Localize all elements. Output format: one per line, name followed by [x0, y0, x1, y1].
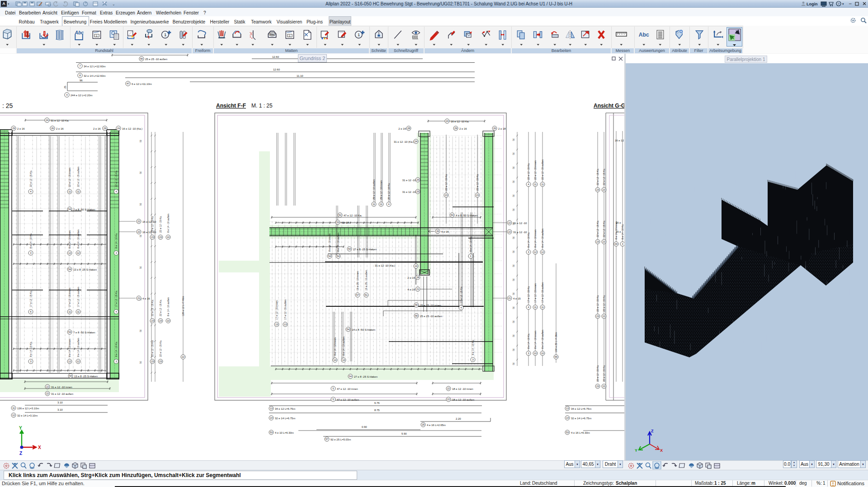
svg-text:50: 50 [139, 203, 142, 206]
svg-text:8 e 14 -10 außen: 8 e 14 -10 außen [541, 229, 544, 248]
svg-text:50: 50 [512, 138, 515, 141]
svg-text:▾: ▾ [842, 2, 844, 5]
svg-text:14: 14 [342, 359, 345, 361]
svg-text:8 e 14 -10 Ka.: 8 e 14 -10 Ka. [115, 341, 118, 357]
svg-text:24: 24 [415, 265, 417, 267]
svg-text:4 e 16 L=6.30m: 4 e 16 L=6.30m [571, 431, 590, 434]
svg-text:4 e 16 L=2.65m: 4 e 16 L=2.65m [427, 424, 446, 426]
svg-text:23: 23 [159, 236, 162, 239]
svg-text:23: 23 [603, 240, 605, 243]
svg-text:22: 22 [447, 398, 450, 401]
svg-text:22 e 12 -15 außen: 22 e 12 -15 außen [77, 167, 80, 187]
svg-text:4: 4 [115, 310, 117, 313]
svg-text:8 e 14 -10 außen: 8 e 14 -10 außen [77, 229, 80, 248]
svg-text:8 e 14 -10 Ka.: 8 e 14 -10 Ka. [527, 232, 530, 248]
svg-text:8 e 14 -13 innen: 8 e 14 -13 innen [334, 337, 336, 356]
svg-text:2 e 16: 2 e 16 [398, 127, 406, 130]
svg-text:54: 54 [68, 268, 71, 271]
svg-text:12: 12 [534, 251, 537, 253]
svg-text:8 e 14 -13 außen: 8 e 14 -13 außen [342, 337, 345, 356]
svg-text:3.10: 3.10 [57, 408, 63, 411]
svg-text:22: 22 [46, 385, 49, 388]
svg-text:22 e 12 -15 Ka.: 22 e 12 -15 Ka. [159, 215, 162, 233]
svg-text:50: 50 [512, 278, 515, 281]
svg-text:32 e 14 L=6.75m: 32 e 14 L=6.75m [275, 417, 295, 420]
svg-text:23: 23 [476, 194, 479, 197]
svg-text:50: 50 [139, 234, 142, 237]
svg-text:8 e 14 -10 innen: 8 e 14 -10 innen [534, 229, 537, 248]
svg-text:25 e 25 -10 außen: 25 e 25 -10 außen [420, 315, 442, 318]
svg-text:17 e 12 -15 außen: 17 e 12 -15 außen [284, 300, 287, 320]
svg-text:31 e 12 -10 Ka.: 31 e 12 -10 Ka. [51, 119, 69, 122]
svg-text:34 e 12 L=12.60m: 34 e 12 L=12.60m [84, 65, 106, 68]
svg-text:34 e 12 L=6.75m: 34 e 12 L=6.75m [571, 407, 591, 410]
svg-text:57: 57 [356, 294, 359, 296]
svg-text:3: 3 [30, 360, 31, 363]
svg-text:22 e 12 -15 Ka.: 22 e 12 -15 Ka. [603, 220, 605, 237]
svg-text:8 e 14 -10 Ka.: 8 e 14 -10 Ka. [469, 236, 472, 252]
svg-text:28: 28 [416, 276, 419, 279]
svg-text:52: 52 [339, 214, 341, 216]
svg-text:22 e 12 -15 Ka.: 22 e 12 -15 Ka. [476, 173, 479, 191]
svg-text:12: 12 [68, 252, 71, 254]
svg-text:11: 11 [77, 190, 80, 193]
svg-text:22 e 12 -15 Ka.: 22 e 12 -15 Ka. [527, 163, 530, 180]
svg-text:50: 50 [512, 236, 515, 239]
svg-text:11: 11 [77, 310, 80, 313]
svg-text:47 e 12 -10 innen: 47 e 12 -10 innen [337, 388, 358, 390]
svg-text:13: 13 [566, 407, 569, 410]
svg-text:22: 22 [508, 230, 511, 233]
svg-text:22 e 12 -15 Ka.: 22 e 12 -15 Ka. [151, 299, 154, 316]
svg-text:11: 11 [541, 183, 544, 186]
svg-text:17 e 12 -15 Ka.: 17 e 12 -15 Ka. [527, 286, 530, 303]
svg-text:6 e 12 L=11.10m: 6 e 12 L=11.10m [132, 83, 152, 85]
svg-text:53: 53 [566, 431, 569, 434]
svg-text:2.20: 2.20 [456, 417, 461, 420]
svg-text:4: 4 [460, 306, 462, 309]
svg-text:55: 55 [555, 356, 557, 358]
svg-text:3: 3 [30, 252, 31, 254]
svg-text:11: 11 [534, 183, 537, 186]
svg-text:8 e 14 -10 außen: 8 e 14 -10 außen [337, 233, 340, 252]
svg-text:0.90: 0.90 [362, 426, 367, 428]
svg-text:54: 54 [337, 255, 340, 258]
svg-text:5: 5 [332, 387, 334, 390]
svg-text:13: 13 [284, 323, 287, 326]
svg-text:54: 54 [68, 331, 71, 333]
svg-text:22 e 12 -15 Ka.: 22 e 12 -15 Ka. [151, 215, 154, 233]
svg-text:24: 24 [446, 120, 448, 122]
svg-text:8 e 14 -10 Ka.: 8 e 14 -10 Ka. [472, 339, 474, 355]
svg-text:54: 54 [348, 248, 351, 250]
svg-text:Ansicht G-G: Ansicht G-G [594, 103, 625, 109]
svg-text:8 e 14 -10 außen: 8 e 14 -10 außen [541, 330, 544, 349]
svg-text:50: 50 [512, 208, 515, 211]
svg-text:22 e 12 -15 innen: 22 e 12 -15 innen [534, 160, 537, 180]
svg-text:136 e 12 L=3.10m: 136 e 12 L=3.10m [17, 407, 39, 410]
svg-text:5: 5 [332, 398, 334, 401]
svg-text:M. 1 : 25: M. 1 : 25 [251, 103, 273, 109]
svg-text:23: 23 [445, 194, 448, 197]
svg-text:11.10: 11.10 [297, 75, 303, 77]
svg-text:23: 23 [151, 236, 154, 239]
svg-text:31 e 12 -10 innen: 31 e 12 -10 innen [51, 386, 72, 389]
svg-text:100 e 25 L=4.36m: 100 e 25 L=4.36m [555, 332, 557, 352]
svg-text:3: 3 [622, 243, 623, 245]
svg-text:22 e 12 -15 Ka.: 22 e 12 -15 Ka. [445, 173, 448, 191]
svg-text:22 e 12 -15 Ka.: 22 e 12 -15 Ka. [29, 170, 32, 187]
svg-text:50: 50 [512, 306, 515, 309]
svg-text:51: 51 [365, 294, 368, 296]
svg-text:11: 11 [534, 306, 537, 309]
svg-text:22: 22 [508, 221, 511, 224]
svg-text:92 e 25 L=5.03m: 92 e 25 L=5.03m [330, 438, 351, 441]
svg-text:4 e 16: 4 e 16 [441, 230, 449, 233]
svg-text:Z: Z [651, 429, 654, 433]
svg-text:3: 3 [115, 252, 117, 254]
svg-text:23: 23 [603, 188, 605, 191]
svg-text:10: 10 [534, 352, 537, 355]
svg-text:50: 50 [139, 361, 142, 364]
svg-text:26: 26 [51, 127, 54, 130]
svg-text:23: 23 [603, 385, 605, 388]
svg-text:15 e 25 -10 außen: 15 e 25 -10 außen [365, 270, 368, 290]
svg-text:23: 23 [596, 240, 599, 243]
svg-text:8 e 14 -10 Ka.: 8 e 14 -10 Ka. [29, 233, 32, 248]
